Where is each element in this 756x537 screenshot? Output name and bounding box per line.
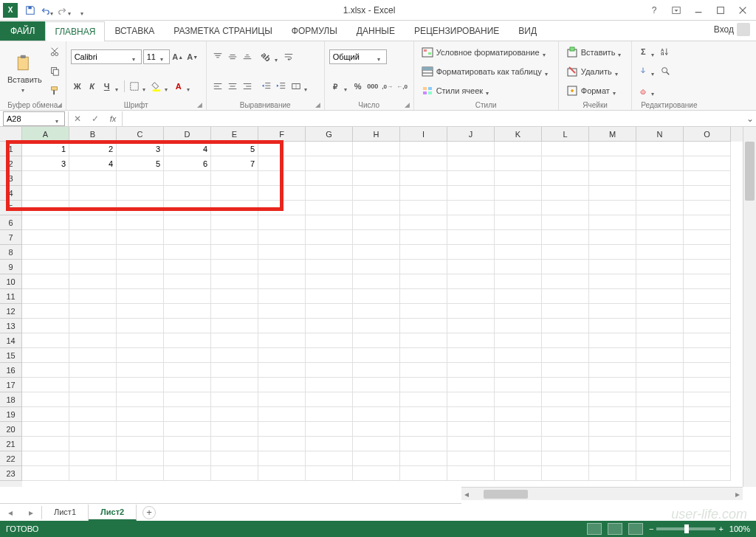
cell[interactable] bbox=[164, 260, 211, 274]
cell[interactable]: 5 bbox=[211, 142, 258, 156]
cell[interactable] bbox=[22, 171, 69, 186]
cell[interactable] bbox=[447, 230, 495, 245]
cell[interactable] bbox=[684, 466, 731, 481]
sort-filter-button[interactable]: AЯ bbox=[659, 45, 672, 58]
cell[interactable] bbox=[636, 201, 684, 215]
cell[interactable] bbox=[211, 348, 258, 363]
cell[interactable] bbox=[684, 201, 731, 215]
cell[interactable] bbox=[306, 378, 353, 392]
cell[interactable] bbox=[636, 392, 684, 407]
cell[interactable] bbox=[69, 230, 117, 245]
row-header[interactable]: 13 bbox=[0, 319, 22, 333]
cell[interactable] bbox=[684, 260, 731, 274]
cell[interactable]: 5 bbox=[117, 156, 164, 171]
cell[interactable] bbox=[69, 289, 117, 304]
cell[interactable] bbox=[495, 171, 542, 186]
italic-button[interactable]: К bbox=[86, 80, 99, 93]
cell[interactable] bbox=[542, 215, 589, 230]
cell[interactable] bbox=[495, 451, 542, 466]
close-button[interactable] bbox=[732, 2, 753, 18]
cell[interactable] bbox=[542, 230, 589, 245]
redo-button[interactable] bbox=[58, 2, 74, 18]
cell[interactable] bbox=[589, 466, 636, 481]
cell[interactable] bbox=[211, 466, 258, 481]
cell[interactable] bbox=[69, 451, 117, 466]
cell[interactable] bbox=[22, 260, 69, 274]
cell[interactable] bbox=[495, 363, 542, 378]
cell[interactable] bbox=[400, 215, 447, 230]
cell[interactable] bbox=[211, 392, 258, 407]
cell[interactable] bbox=[589, 378, 636, 392]
sign-in[interactable]: Вход bbox=[708, 18, 756, 41]
cell[interactable] bbox=[211, 260, 258, 274]
cell[interactable] bbox=[164, 289, 211, 304]
cell[interactable] bbox=[164, 186, 211, 201]
cell[interactable] bbox=[589, 245, 636, 260]
cell[interactable] bbox=[495, 378, 542, 392]
row-header[interactable]: 18 bbox=[0, 392, 22, 407]
cell[interactable] bbox=[117, 348, 164, 363]
column-header[interactable]: J bbox=[447, 127, 495, 142]
cell[interactable] bbox=[117, 245, 164, 260]
cell[interactable] bbox=[447, 378, 495, 392]
cell[interactable] bbox=[164, 363, 211, 378]
cell[interactable] bbox=[447, 289, 495, 304]
cell[interactable] bbox=[306, 171, 353, 186]
column-header[interactable]: O bbox=[684, 127, 731, 142]
cell[interactable] bbox=[258, 333, 306, 348]
cell[interactable] bbox=[542, 363, 589, 378]
cell[interactable] bbox=[447, 319, 495, 333]
cell-styles-button[interactable]: Стили ячеек bbox=[419, 84, 554, 97]
cell[interactable] bbox=[353, 363, 400, 378]
merge-button[interactable] bbox=[289, 80, 303, 93]
cell[interactable] bbox=[684, 156, 731, 171]
view-page-layout-button[interactable] bbox=[608, 523, 622, 535]
cell[interactable] bbox=[306, 451, 353, 466]
cell[interactable] bbox=[400, 260, 447, 274]
column-header[interactable]: F bbox=[258, 127, 306, 142]
cell[interactable] bbox=[684, 363, 731, 378]
row-header[interactable]: 16 bbox=[0, 363, 22, 378]
view-normal-button[interactable] bbox=[587, 523, 602, 535]
cell[interactable] bbox=[258, 451, 306, 466]
cell[interactable] bbox=[258, 156, 306, 171]
cell[interactable] bbox=[495, 392, 542, 407]
vscroll-thumb[interactable] bbox=[745, 142, 755, 201]
cell[interactable] bbox=[495, 319, 542, 333]
cell[interactable] bbox=[400, 392, 447, 407]
cell[interactable] bbox=[400, 156, 447, 171]
cell[interactable] bbox=[164, 466, 211, 481]
cell[interactable] bbox=[69, 201, 117, 215]
decrease-indent-button[interactable] bbox=[260, 80, 273, 93]
cell[interactable] bbox=[164, 230, 211, 245]
cell[interactable] bbox=[258, 378, 306, 392]
cell[interactable] bbox=[447, 142, 495, 156]
cell[interactable] bbox=[69, 437, 117, 451]
cell[interactable] bbox=[353, 171, 400, 186]
cell[interactable] bbox=[400, 363, 447, 378]
cell[interactable] bbox=[258, 348, 306, 363]
cell[interactable] bbox=[353, 304, 400, 319]
cell[interactable] bbox=[353, 348, 400, 363]
cell[interactable] bbox=[684, 378, 731, 392]
cell[interactable] bbox=[684, 407, 731, 422]
cell[interactable] bbox=[69, 363, 117, 378]
cell[interactable] bbox=[400, 319, 447, 333]
cell[interactable] bbox=[636, 407, 684, 422]
cell[interactable] bbox=[447, 451, 495, 466]
cell[interactable] bbox=[400, 304, 447, 319]
cell[interactable] bbox=[589, 201, 636, 215]
row-header[interactable]: 19 bbox=[0, 407, 22, 422]
cell[interactable] bbox=[589, 274, 636, 289]
comma-button[interactable]: 000 bbox=[366, 80, 379, 93]
cell[interactable] bbox=[353, 215, 400, 230]
cell[interactable] bbox=[69, 304, 117, 319]
row-header[interactable]: 2 bbox=[0, 156, 22, 171]
cell[interactable] bbox=[542, 171, 589, 186]
view-page-break-button[interactable] bbox=[628, 523, 643, 535]
cell[interactable] bbox=[589, 142, 636, 156]
minimize-button[interactable] bbox=[688, 2, 709, 18]
row-header[interactable]: 11 bbox=[0, 289, 22, 304]
cell[interactable] bbox=[400, 230, 447, 245]
clear-button[interactable] bbox=[636, 84, 650, 97]
